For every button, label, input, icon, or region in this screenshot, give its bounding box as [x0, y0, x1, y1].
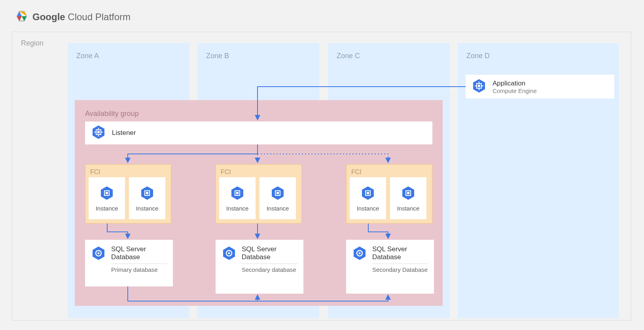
fci-label: FCI [221, 169, 298, 176]
brand-bold: Google [32, 11, 65, 22]
cloud-sql-icon [352, 245, 367, 288]
db-role: Secondary Database [372, 266, 428, 273]
gcp-logo-icon [16, 10, 28, 24]
svg-rect-33 [367, 192, 369, 194]
application-card: Application Compute Engine [466, 75, 614, 99]
zone-c-label: Zone C [337, 52, 360, 60]
availability-group-label: Availability group [85, 110, 139, 118]
instance-label: Instance [226, 205, 249, 212]
svg-rect-24 [146, 192, 148, 194]
svg-rect-7 [478, 85, 480, 87]
instance-label: Instance [267, 205, 289, 212]
page: Google Cloud Platform Region Zone A Zone… [0, 0, 644, 330]
sql-server-db-secondary-2: SQL Server Database Secondary Database [346, 240, 434, 294]
svg-rect-27 [236, 192, 239, 194]
brand-rest: Cloud Platform [65, 11, 131, 22]
fci-group-1: FCI Instance Instance [85, 164, 171, 224]
instance-card: Instance [350, 177, 386, 219]
instance-label: Instance [96, 205, 118, 212]
db-title: SQL Server Database [372, 245, 428, 261]
application-title: Application [492, 80, 609, 87]
compute-engine-icon [360, 185, 376, 203]
fci-group-2: FCI Instance Instance [216, 164, 302, 224]
instance-card: Instance [259, 177, 296, 219]
instance-card: Instance [129, 177, 165, 219]
listener-title: Listener [112, 129, 427, 137]
compute-engine-icon [229, 185, 245, 203]
region-label: Region [21, 39, 44, 47]
sql-server-db-secondary-1: SQL Server Database Secondary database [216, 240, 303, 294]
compute-engine-icon [471, 78, 487, 95]
instance-label: Instance [397, 205, 420, 212]
zone-d-label: Zone D [466, 52, 490, 60]
zone-a-label: Zone A [76, 52, 99, 60]
instance-card: Instance [89, 177, 125, 219]
instance-card: Instance [219, 177, 256, 219]
cloud-sql-icon [91, 245, 106, 281]
svg-point-39 [98, 252, 100, 254]
fci-label: FCI [351, 169, 429, 176]
svg-rect-36 [407, 192, 409, 194]
listener-card: Listener [85, 121, 432, 144]
compute-engine-icon [400, 185, 416, 203]
compute-engine-icon [139, 185, 155, 203]
fci-group-3: FCI Instance Instance [346, 164, 432, 224]
svg-point-42 [228, 252, 230, 254]
db-role: Secondary database [242, 266, 298, 273]
sql-server-db-primary: SQL Server Database Primary database [85, 240, 173, 286]
region-box: Region Zone A Zone B Zone C Zone D [12, 32, 631, 321]
svg-rect-21 [106, 192, 108, 194]
svg-point-45 [359, 252, 361, 254]
compute-engine-icon [99, 185, 115, 203]
zone-b-label: Zone B [206, 52, 229, 60]
brand: Google Cloud Platform [16, 10, 131, 24]
application-subtitle: Compute Engine [492, 87, 609, 94]
instance-card: Instance [390, 177, 426, 219]
fci-label: FCI [90, 169, 168, 176]
instance-label: Instance [136, 205, 159, 212]
svg-rect-30 [277, 192, 279, 194]
db-title: SQL Server Database [242, 245, 298, 261]
instance-label: Instance [357, 205, 379, 212]
cloud-sql-icon [221, 245, 237, 288]
compute-engine-icon [270, 185, 286, 203]
brand-text: Google Cloud Platform [32, 11, 131, 23]
compute-engine-icon [91, 124, 106, 142]
db-role: Primary database [111, 266, 167, 273]
svg-rect-14 [97, 131, 100, 133]
db-title: SQL Server Database [111, 245, 167, 261]
